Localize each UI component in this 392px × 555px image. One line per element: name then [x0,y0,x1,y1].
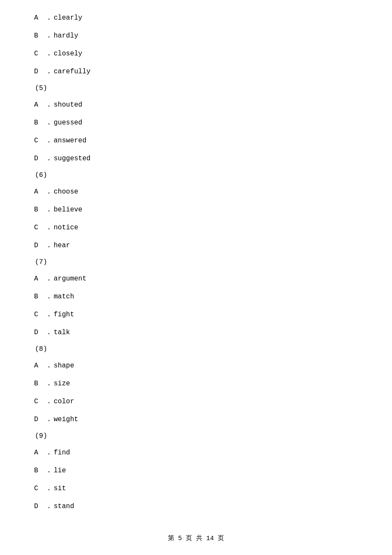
option-line-4-3: D. weight [34,414,358,425]
option-dot-5-1: . [47,465,54,476]
option-dot-3-0: . [47,274,54,284]
option-letter-2-1: B [34,205,47,215]
option-dot-1-1: . [47,118,54,128]
option-text-2-1: believe [54,205,82,215]
option-text-4-1: size [54,379,70,389]
option-letter-1-3: D [34,153,47,164]
section-label-4: (8) [34,345,358,353]
option-dot-3-2: . [47,309,54,320]
option-dot-5-0: . [47,448,54,458]
option-line-4-2: C. color [34,396,358,407]
option-line-2-3: D. hear [34,240,358,251]
option-line-2-2: C. notice [34,223,358,233]
option-line-5-2: C. sit [34,483,358,494]
option-text-1-2: answered [54,136,86,146]
option-letter-3-3: D [34,327,47,338]
option-letter-0-3: D [34,66,47,77]
option-dot-5-2: . [47,483,54,494]
option-letter-3-0: A [34,274,47,284]
option-letter-2-0: A [34,187,47,197]
option-text-2-3: hear [54,240,70,251]
section-label-3: (7) [34,258,358,266]
option-letter-1-0: A [34,100,47,110]
option-letter-1-1: B [34,118,47,128]
option-dot-0-0: . [47,13,54,23]
option-dot-4-2: . [47,396,54,407]
option-text-0-0: clearly [54,13,82,23]
option-letter-5-3: D [34,501,47,512]
option-line-5-1: B. lie [34,465,358,476]
option-line-4-1: B. size [34,379,358,389]
option-line-1-1: B. guessed [34,118,358,128]
section-label-5: (9) [34,432,358,440]
option-text-4-0: shape [54,361,74,371]
section-label-1: (5) [34,84,358,92]
option-dot-2-0: . [47,187,54,197]
option-letter-0-1: B [34,31,47,41]
option-dot-3-1: . [47,292,54,302]
option-line-1-2: C. answered [34,136,358,146]
option-text-4-2: color [54,396,74,407]
option-line-0-0: A. clearly [34,13,358,23]
option-dot-0-3: . [47,66,54,77]
option-line-0-2: C. closely [34,49,358,59]
option-letter-4-3: D [34,414,47,425]
option-text-5-2: sit [54,483,66,494]
option-text-5-0: find [54,448,70,458]
option-text-4-3: weight [54,414,78,425]
option-dot-4-3: . [47,414,54,425]
option-line-3-1: B. match [34,292,358,302]
option-text-3-0: argument [54,274,86,284]
option-dot-1-0: . [47,100,54,110]
page-footer: 第 5 页 共 14 页 [0,534,392,542]
option-line-4-0: A. shape [34,361,358,371]
option-line-3-2: C. fight [34,309,358,320]
option-line-1-0: A. shouted [34,100,358,110]
option-letter-0-0: A [34,13,47,23]
option-letter-4-2: C [34,396,47,407]
section-label-2: (6) [34,171,358,179]
option-text-5-1: lie [54,465,66,476]
option-letter-5-2: C [34,483,47,494]
option-letter-4-1: B [34,379,47,389]
option-letter-3-2: C [34,309,47,320]
option-letter-1-2: C [34,136,47,146]
option-dot-2-3: . [47,240,54,251]
option-letter-2-3: D [34,240,47,251]
option-line-5-3: D. stand [34,501,358,512]
main-content: A. clearlyB. hardlyC. closelyD. carefull… [0,0,392,545]
option-line-3-0: A. argument [34,274,358,284]
option-line-0-1: B. hardly [34,31,358,41]
option-text-1-1: guessed [54,118,82,128]
option-letter-4-0: A [34,361,47,371]
option-line-5-0: A. find [34,448,358,458]
option-letter-5-0: A [34,448,47,458]
option-dot-0-1: . [47,31,54,41]
option-letter-2-2: C [34,223,47,233]
option-line-1-3: D. suggested [34,153,358,164]
option-text-0-1: hardly [54,31,78,41]
option-line-3-3: D. talk [34,327,358,338]
option-dot-4-0: . [47,361,54,371]
option-text-2-0: choose [54,187,78,197]
option-dot-2-1: . [47,205,54,215]
option-letter-0-2: C [34,49,47,59]
option-line-2-0: A. choose [34,187,358,197]
option-dot-4-1: . [47,379,54,389]
option-text-2-2: notice [54,223,78,233]
option-text-5-3: stand [54,501,74,512]
option-text-0-3: carefully [54,66,90,77]
option-dot-0-2: . [47,49,54,59]
option-dot-2-2: . [47,223,54,233]
page-number: 第 5 页 共 14 页 [168,535,224,542]
option-text-1-3: suggested [54,153,90,164]
option-text-0-2: closely [54,49,82,59]
option-letter-5-1: B [34,465,47,476]
option-line-2-1: B. believe [34,205,358,215]
option-dot-3-3: . [47,327,54,338]
option-text-3-3: talk [54,327,70,338]
option-dot-1-2: . [47,136,54,146]
option-dot-5-3: . [47,501,54,512]
option-letter-3-1: B [34,292,47,302]
option-dot-1-3: . [47,153,54,164]
